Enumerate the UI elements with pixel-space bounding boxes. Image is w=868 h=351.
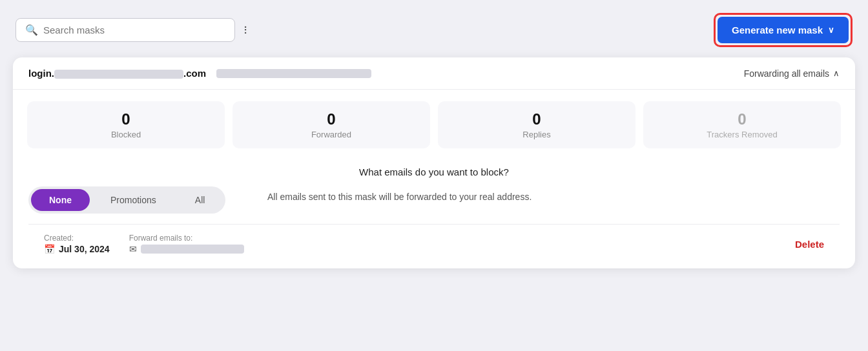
search-box[interactable]: 🔍 <box>16 18 235 42</box>
stat-replies-label: Replies <box>522 130 550 139</box>
block-option-none[interactable]: None <box>31 189 90 211</box>
stat-blocked-label: Blocked <box>111 130 141 139</box>
generate-btn-wrapper: Generate new mask ∨ <box>714 13 852 47</box>
stat-trackers-label: Trackers Removed <box>707 130 777 139</box>
mail-icon: ✉ <box>129 244 137 254</box>
block-option-promotions[interactable]: Promotions <box>92 189 174 211</box>
stat-forwarded-number: 0 <box>327 110 335 128</box>
forward-email: ✉ <box>129 244 244 254</box>
top-bar: 🔍 ⫶ Generate new mask ∨ <box>13 13 855 47</box>
created-label: Created: <box>44 234 110 243</box>
mask-card: login..com Forwarding all emails ∧ 0 Blo… <box>13 57 855 268</box>
footer-left: Created: 📅 Jul 30, 2024 Forward emails t… <box>44 234 244 254</box>
email-redacted-middle <box>54 70 183 79</box>
forward-email-redacted <box>141 245 244 254</box>
stat-replies-number: 0 <box>532 110 541 128</box>
created-section: Created: 📅 Jul 30, 2024 <box>44 234 110 254</box>
stat-trackers: 0 Trackers Removed <box>643 101 841 148</box>
top-bar-left: 🔍 ⫶ <box>16 18 249 42</box>
block-options: None Promotions All <box>28 186 248 214</box>
chevron-up-icon: ∧ <box>833 68 840 78</box>
card-header-left: login..com <box>28 68 371 79</box>
stat-replies: 0 Replies <box>438 101 636 148</box>
generate-btn-label: Generate new mask <box>732 25 823 35</box>
card-header: login..com Forwarding all emails ∧ <box>13 57 855 90</box>
search-icon: 🔍 <box>25 24 38 36</box>
block-question: What emails do you want to block? <box>28 166 840 177</box>
delete-button[interactable]: Delete <box>795 239 824 250</box>
forwarding-note: All emails sent to this mask will be for… <box>248 186 840 202</box>
email-mask: login..com <box>28 68 206 79</box>
forwarding-label-text: Forwarding all emails <box>744 68 829 79</box>
stat-blocked: 0 Blocked <box>27 101 225 148</box>
block-toggle-group: None Promotions All <box>28 186 225 214</box>
stats-row: 0 Blocked 0 Forwarded 0 Replies 0 Tracke… <box>13 90 855 160</box>
forward-section: Forward emails to: ✉ <box>129 234 244 254</box>
search-input[interactable] <box>43 25 225 35</box>
section-divider <box>28 224 840 225</box>
stat-forwarded: 0 Forwarded <box>232 101 430 148</box>
forwarding-status[interactable]: Forwarding all emails ∧ <box>744 68 840 79</box>
email-prefix: login. <box>28 68 54 79</box>
chevron-down-icon: ∨ <box>828 25 834 35</box>
mask-secondary-info <box>216 69 371 78</box>
email-suffix: .com <box>183 68 206 79</box>
created-date-value: Jul 30, 2024 <box>59 244 110 254</box>
forward-emails-label: Forward emails to: <box>129 234 244 243</box>
details-section: What emails do you want to block? None P… <box>13 160 855 268</box>
stat-trackers-number: 0 <box>738 110 746 128</box>
calendar-icon: 📅 <box>44 244 55 254</box>
block-option-all[interactable]: All <box>177 189 223 211</box>
footer-row: Created: 📅 Jul 30, 2024 Forward emails t… <box>28 234 840 258</box>
generate-new-mask-button[interactable]: Generate new mask ∨ <box>718 17 849 43</box>
details-main: None Promotions All All emails sent to t… <box>28 186 840 214</box>
created-date: 📅 Jul 30, 2024 <box>44 244 110 254</box>
stat-forwarded-label: Forwarded <box>311 130 351 139</box>
filter-icon[interactable]: ⫶ <box>243 23 249 37</box>
stat-blocked-number: 0 <box>121 110 130 128</box>
